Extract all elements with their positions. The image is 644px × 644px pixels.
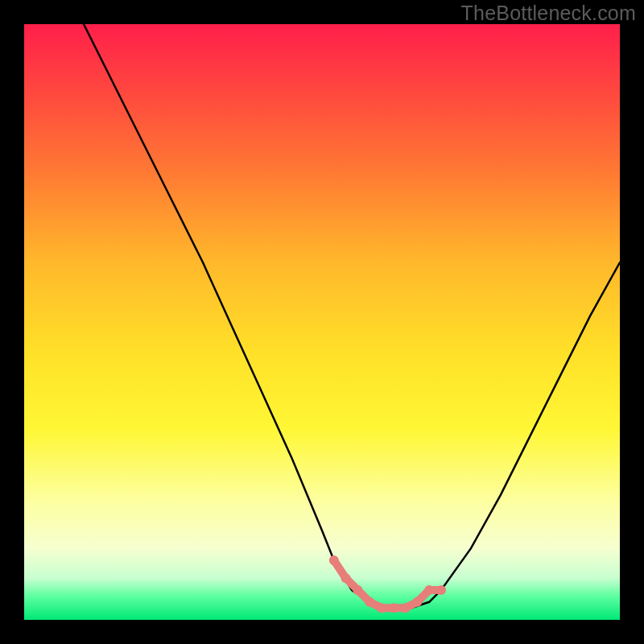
marker-dot <box>436 585 446 595</box>
marker-group <box>329 555 446 613</box>
chart-frame: TheBottleneck.com <box>0 0 644 644</box>
watermark-label: TheBottleneck.com <box>461 2 636 25</box>
curve-svg <box>24 24 620 620</box>
bottleneck-curve <box>84 24 620 608</box>
plot-area <box>24 24 620 620</box>
